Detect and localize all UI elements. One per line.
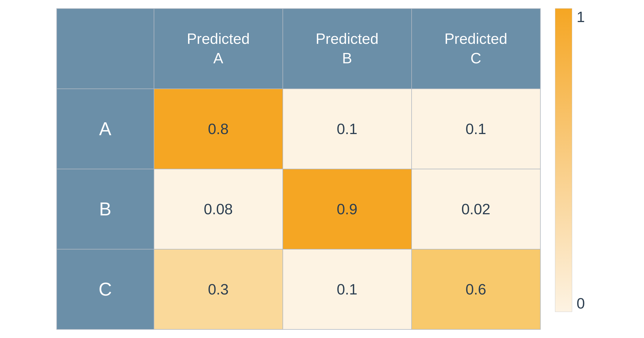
col-header-a: PredictedA <box>154 9 283 89</box>
confusion-matrix-wrap: PredictedA PredictedB PredictedC A 0.8 0… <box>56 8 541 330</box>
col-header-c: PredictedC <box>412 9 540 89</box>
cell-a-c: 0.1 <box>412 89 540 169</box>
colorbar-wrap: 1 0 <box>552 8 588 329</box>
main-container: PredictedA PredictedB PredictedC A 0.8 0… <box>56 8 588 330</box>
col-header-b: PredictedB <box>283 9 412 89</box>
cell-b-c: 0.02 <box>412 169 540 249</box>
colorbar-container: 1 0 <box>555 8 585 312</box>
colorbar-min-label: 0 <box>577 295 585 312</box>
colorbar <box>555 8 572 312</box>
colorbar-max-label: 1 <box>577 8 585 25</box>
colorbar-labels: 1 0 <box>577 8 585 312</box>
confusion-matrix: PredictedA PredictedB PredictedC A 0.8 0… <box>56 8 541 330</box>
cell-a-a: 0.8 <box>154 89 283 169</box>
cell-c-b: 0.1 <box>283 249 412 329</box>
row-header-b: B <box>57 169 154 249</box>
cell-b-a: 0.08 <box>154 169 283 249</box>
cell-b-b: 0.9 <box>283 169 412 249</box>
row-header-c: C <box>57 249 154 329</box>
corner-cell <box>57 9 154 89</box>
row-header-a: A <box>57 89 154 169</box>
cell-c-a: 0.3 <box>154 249 283 329</box>
cell-c-c: 0.6 <box>412 249 540 329</box>
cell-a-b: 0.1 <box>283 89 412 169</box>
